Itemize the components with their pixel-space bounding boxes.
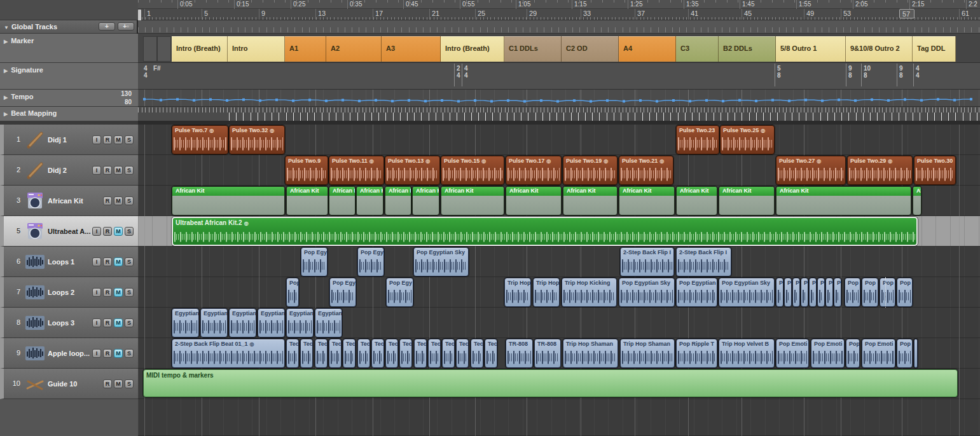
region-pulse-two-13[interactable]: Pulse Two.13◎ [385,156,440,185]
track-record-button[interactable]: R [103,257,112,266]
marker-lane[interactable]: Intro (Breath)IntroA1A2A3Intro (Breath)C… [138,34,980,63]
region-tr-808[interactable]: TR-808 [534,339,561,368]
region-pulse-two-11[interactable]: Pulse Two.11◎ [329,156,384,185]
marker-region[interactable]: A2 [326,36,382,62]
region-african-kit[interactable]: African Kit [412,186,439,215]
signature-lane-header[interactable]: ▶Signature [0,63,138,90]
marker-region[interactable]: Intro (Breath) [441,36,504,62]
region-african-kit[interactable]: African Kit [776,186,911,215]
region-p[interactable]: P [776,278,783,307]
region-african-kit[interactable]: African Kit [506,186,562,215]
track-record-button[interactable]: R [103,288,112,297]
region-tec[interactable]: Tec [399,339,412,368]
track-mute-button[interactable]: M [114,257,123,266]
region-trip-hop-shaman[interactable]: Trip Hop Shaman [620,339,675,368]
marker-region[interactable]: Intro (Breath) [172,36,228,62]
region-tec[interactable]: Tec [428,339,441,368]
region-trip-hop-kicking[interactable]: Trip Hop Kicking [562,278,617,307]
region-pop[interactable]: Pop [880,278,895,307]
add-global-track-button[interactable]: + [99,22,115,31]
arrange-area[interactable]: Pulse Two.7◎Pulse Two.32◎Pulse Two.23Pul… [138,125,980,436]
region-pop[interactable]: Pop [286,278,299,307]
region-tec[interactable]: Tec [357,339,370,368]
region-pulse-two-15[interactable]: Pulse Two.15◎ [441,156,504,185]
track-header[interactable]: 7Loops 2IRMS [0,277,138,308]
track-record-button[interactable]: R [103,227,112,236]
region-pulse-two-25[interactable]: Pulse Two.25◎ [720,125,775,154]
region-african-kit[interactable]: African Kit [286,186,328,215]
region-egyptian[interactable]: Egyptian [315,308,342,337]
region-pop[interactable]: Pop [897,339,913,368]
track-mute-button[interactable]: M [114,349,123,358]
region-p[interactable]: P [825,278,833,307]
region-tec[interactable]: Tec [329,339,342,368]
track-record-button[interactable]: R [103,349,112,358]
track-header[interactable]: 3African KitRMS [0,186,138,216]
region-p[interactable]: P [834,278,841,307]
region-p[interactable]: P [784,278,792,307]
region-egyptian[interactable]: Egyptian [229,308,256,337]
region-pop-egy[interactable]: Pop Egy [329,278,356,307]
track-mute-button[interactable]: M [114,166,123,175]
disclosure-closed-icon[interactable]: ▶ [4,111,8,117]
region-pulse-two-30[interactable]: Pulse Two.30 [914,156,956,185]
region-pulse-two-23[interactable]: Pulse Two.23 [676,125,719,154]
signature-entry[interactable]: 58 [777,65,781,79]
region-tr-808[interactable]: TR-808 [506,339,533,368]
marker-region[interactable]: B2 DDLs [719,36,776,62]
track-solo-button[interactable]: S [125,227,134,236]
region-pop-emoti[interactable]: Pop Emoti [811,339,845,368]
disclosure-closed-icon[interactable]: ▶ [4,95,8,100]
track-record-button[interactable]: R [103,166,112,175]
region-pop[interactable]: Pop [862,278,878,307]
region-midi-tempo-markers[interactable]: MIDI tempo & markers [143,369,958,397]
marker-region[interactable]: C2 OD [562,36,619,62]
region-egyptian[interactable]: Egyptian [200,308,228,337]
beat-mapping-lane[interactable] [138,107,980,121]
region-pulse-two-7[interactable]: Pulse Two.7◎ [172,125,228,154]
empty-lane-area[interactable] [138,399,980,436]
tempo-lane-header[interactable]: ▶Tempo 130 80 [0,90,138,107]
track-mute-button[interactable]: M [114,135,123,144]
region-p[interactable]: P [809,278,817,307]
region-tec[interactable]: Tec [371,339,384,368]
marker-region[interactable]: C1 DDLs [504,36,562,62]
region-egyptian[interactable]: Egyptian [286,308,314,337]
track-input-button[interactable]: I [92,135,101,144]
region-pop-ripple-t[interactable]: Pop Ripple T [676,339,717,368]
region-pulse-two-19[interactable]: Pulse Two.19◎ [563,156,618,185]
region-african-kit[interactable]: African Kit [719,186,775,215]
region-pop-emoti[interactable]: Pop Emoti [776,339,809,368]
marker-region[interactable]: A3 [382,36,441,62]
region-pulse-two-29[interactable]: Pulse Two.29◎ [847,156,913,185]
signature-entry[interactable]: 24 [457,65,460,79]
track-header[interactable]: 1Didj 1IRMS [0,125,138,155]
disclosure-open-icon[interactable]: ▼ [4,25,9,31]
bar-ruler[interactable]: 15913172125293337414549535761 [138,9,980,20]
region-pop-egyptian[interactable]: Pop Egyptian [676,278,717,307]
marker-empty-cell[interactable] [143,36,157,62]
track-mute-button[interactable]: M [114,318,123,327]
track-header[interactable]: 6Loops 1IRMS [0,247,138,277]
signature-entry[interactable]: 98 [848,65,852,79]
signature-entry[interactable]: 44 [144,65,148,79]
region-pulse-two-21[interactable]: Pulse Two.21◎ [619,156,673,185]
region-pop-egy[interactable]: Pop Egy [357,247,384,276]
track-header[interactable]: 8Loops 3IRMS [0,308,138,338]
region-african-kit[interactable]: African Kit [329,186,355,215]
marker-lane-header[interactable]: ▶Marker [0,34,138,63]
track-input-button[interactable]: I [92,166,101,175]
marker-region[interactable]: A1 [285,36,326,62]
region-trip-hop-velvet-b[interactable]: Trip Hop Velvet B [719,339,775,368]
region-trip-hop[interactable]: Trip Hop [533,278,560,307]
signature-entry[interactable]: 98 [899,65,903,79]
region-tec[interactable]: Tec [343,339,355,368]
track-input-button[interactable]: I [92,349,101,358]
signature-lane[interactable]: 44F#244458981089844 [138,63,980,90]
region-tec[interactable]: Tec [442,339,455,368]
global-tracks-header[interactable]: ▼Global Tracks +▫ + [0,20,137,34]
track-solo-button[interactable]: S [125,318,134,327]
track-mute-button[interactable]: M [114,196,123,205]
marker-region[interactable]: C3 [676,36,719,62]
track-solo-button[interactable]: S [125,379,134,388]
